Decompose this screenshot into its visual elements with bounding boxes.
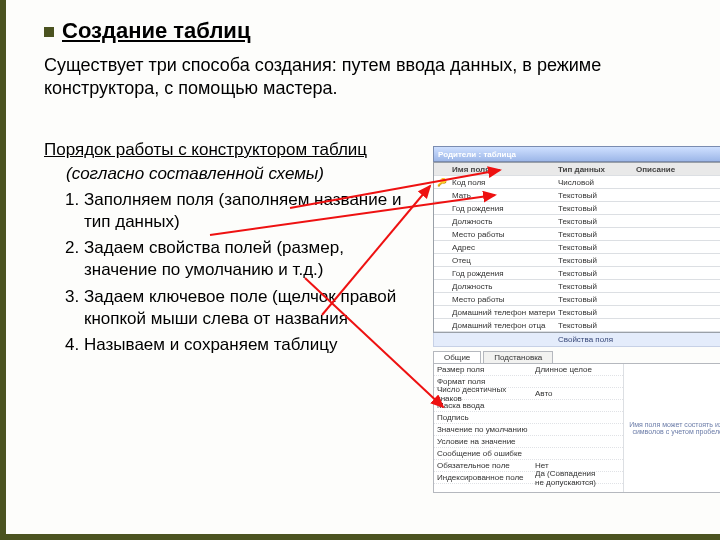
col-name: Имя поля <box>450 165 556 174</box>
col-type: Тип данных <box>556 165 634 174</box>
title-text: Создание таблиц <box>62 18 250 43</box>
cell-field-type: Текстовый <box>556 204 634 213</box>
step-4: Называем и сохраняем таблицу <box>84 334 404 356</box>
table-row[interactable]: Домашний телефон материТекстовый <box>434 306 720 319</box>
cell-field-type: Текстовый <box>556 282 634 291</box>
cell-field-type: Текстовый <box>556 217 634 226</box>
cell-field-name: Мать <box>450 191 556 200</box>
property-value: Авто <box>532 389 605 398</box>
property-key: Сообщение об ошибке <box>434 449 532 458</box>
cell-field-type: Текстовый <box>556 269 634 278</box>
cell-field-name: Домашний телефон отца <box>450 321 556 330</box>
cell-field-name: Место работы <box>450 295 556 304</box>
subheading-note: (согласно составленной схемы) <box>66 163 404 185</box>
step-2: Задаем свойства полей (размер, значение … <box>84 237 404 281</box>
tab-lookup[interactable]: Подстановка <box>483 351 553 363</box>
cell-field-name: Отец <box>450 256 556 265</box>
property-grid: Размер поляДлинное целоеФормат поляЧисло… <box>434 364 623 492</box>
property-key: Маска ввода <box>434 401 532 410</box>
table-row[interactable]: ОтецТекстовый <box>434 254 720 267</box>
slide-title: Создание таблиц <box>44 18 692 44</box>
table-row[interactable]: ДолжностьТекстовый <box>434 280 720 293</box>
property-row[interactable]: Число десятичных знаковАвто <box>434 388 623 400</box>
cell-field-name: Должность <box>450 282 556 291</box>
properties-panel-title: Свойства поля <box>433 333 720 347</box>
step-3: Задаем ключевое поле (щелчок правой кноп… <box>84 286 404 330</box>
cell-field-type: Текстовый <box>556 230 634 239</box>
property-key: Условие на значение <box>434 437 532 446</box>
cell-field-type: Текстовый <box>556 308 634 317</box>
table-row[interactable]: Год рожденияТекстовый <box>434 202 720 215</box>
steps-list: Заполняем поля (заполняем название и тип… <box>66 189 404 356</box>
property-row[interactable]: Маска ввода <box>434 400 623 412</box>
cell-field-name: Адрес <box>450 243 556 252</box>
embedded-screenshot: Родители : таблица Имя поля Тип данных О… <box>433 146 720 526</box>
property-value: Да (Совпадения не допускаются) <box>532 469 605 487</box>
cell-field-name: Домашний телефон матери <box>450 308 556 317</box>
cell-field-type: Текстовый <box>556 321 634 330</box>
property-row[interactable]: Сообщение об ошибке <box>434 448 623 460</box>
property-key: Обязательное поле <box>434 461 532 470</box>
property-value: Длинное целое <box>532 365 605 374</box>
body-left: Порядок работы с конструктором таблиц (с… <box>44 139 404 356</box>
cell-field-name: Должность <box>450 217 556 226</box>
cell-field-name: Место работы <box>450 230 556 239</box>
property-row[interactable]: Значение по умолчанию <box>434 424 623 436</box>
window-titlebar: Родители : таблица <box>433 146 720 162</box>
property-key: Подпись <box>434 413 532 422</box>
col-desc: Описание <box>634 165 720 174</box>
cell-field-name: Год рождения <box>450 204 556 213</box>
cell-field-type: Текстовый <box>556 243 634 252</box>
table-row[interactable]: Место работыТекстовый <box>434 293 720 306</box>
property-row[interactable]: Подпись <box>434 412 623 424</box>
property-key: Число десятичных знаков <box>434 385 532 403</box>
cell-field-type: Текстовый <box>556 256 634 265</box>
tab-general[interactable]: Общие <box>433 351 481 363</box>
property-row[interactable]: Индексированное полеДа (Совпадения не до… <box>434 472 623 484</box>
table-row[interactable]: АдресТекстовый <box>434 241 720 254</box>
table-row[interactable]: Год рожденияТекстовый <box>434 267 720 280</box>
property-row[interactable]: Условие на значение <box>434 436 623 448</box>
table-row[interactable]: ДолжностьТекстовый <box>434 215 720 228</box>
property-row[interactable]: Размер поляДлинное целое <box>434 364 623 376</box>
property-hint: Имя поля может состоять из 64 символов с… <box>623 364 720 492</box>
table-row[interactable]: МатьТекстовый <box>434 189 720 202</box>
primary-key-icon: 🔑 <box>437 178 447 187</box>
property-panel: Размер поляДлинное целоеФормат поляЧисло… <box>433 363 720 493</box>
property-key: Значение по умолчанию <box>434 425 532 434</box>
property-key: Размер поля <box>434 365 532 374</box>
cell-field-type: Текстовый <box>556 295 634 304</box>
intro-text: Существует три способа создания: путем в… <box>44 54 692 99</box>
property-key: Индексированное поле <box>434 473 532 482</box>
cell-field-type: Текстовый <box>556 191 634 200</box>
cell-field-name: Код поля <box>450 178 556 187</box>
step-1: Заполняем поля (заполняем название и тип… <box>84 189 404 233</box>
table-row[interactable]: Домашний телефон отцаТекстовый <box>434 319 720 332</box>
table-row[interactable]: Место работыТекстовый <box>434 228 720 241</box>
subheading: Порядок работы с конструктором таблиц <box>44 139 404 161</box>
property-tabs: Общие Подстановка <box>433 351 720 363</box>
fields-grid: Имя поля Тип данных Описание 🔑Код поляЧи… <box>433 162 720 333</box>
cell-field-name: Год рождения <box>450 269 556 278</box>
window-title-text: Родители : таблица <box>438 150 516 159</box>
bullet-icon <box>44 27 54 37</box>
table-row[interactable]: 🔑Код поляЧисловой <box>434 176 720 189</box>
cell-field-type: Числовой <box>556 178 634 187</box>
